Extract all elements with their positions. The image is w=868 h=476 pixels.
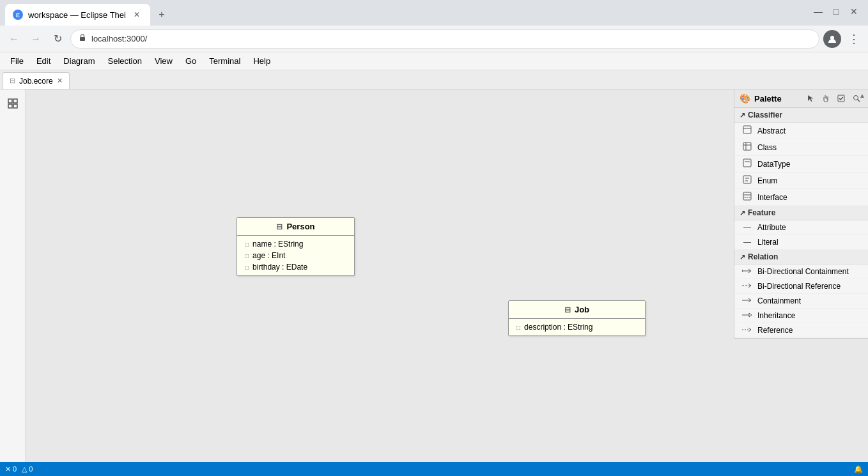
palette-item-interface[interactable]: Interface	[734, 189, 868, 206]
job-class-node[interactable]: ⊟ Job □ description : EString	[508, 300, 646, 336]
status-bell[interactable]: 🔔	[854, 465, 863, 473]
enum-icon	[742, 175, 752, 186]
reference-label: Reference	[757, 326, 793, 335]
palette-item-class[interactable]: Class	[734, 139, 868, 156]
menu-diagram[interactable]: Diagram	[58, 55, 100, 67]
menu-help[interactable]: Help	[248, 55, 275, 67]
palette-item-datatype[interactable]: DataType	[734, 156, 868, 173]
attr-icon-1: □	[245, 241, 249, 248]
tab-close-button[interactable]: ✕	[131, 9, 143, 20]
job-class-body: □ description : EString	[509, 319, 645, 335]
address-bar[interactable]: localhost:3000/	[70, 29, 819, 49]
palette-section-classifier[interactable]: ↗ Classifier	[734, 108, 868, 123]
svg-rect-4	[8, 99, 12, 103]
job-class-icon: ⊟	[564, 305, 571, 314]
palette-title: Palette	[754, 94, 782, 104]
attribute-label: Attribute	[757, 223, 786, 232]
palette-item-abstract[interactable]: Abstract	[734, 123, 868, 139]
menu-edit[interactable]: Edit	[31, 55, 56, 67]
svg-text:E: E	[16, 12, 20, 19]
palette-item-bidirectional-containment[interactable]: Bi-Directional Containment	[734, 265, 868, 279]
main-area: ⊟ Person □ name : EString □ age : EInt	[0, 89, 868, 462]
svg-rect-7	[13, 104, 17, 108]
menu-terminal[interactable]: Terminal	[204, 55, 245, 67]
palette-cursor-tool[interactable]	[804, 92, 817, 105]
bidirectional-containment-label: Bi-Directional Containment	[757, 267, 849, 276]
interface-icon	[742, 192, 752, 203]
bell-icon: 🔔	[854, 465, 863, 473]
close-window-button[interactable]: ✕	[848, 5, 860, 18]
bidirectional-reference-icon	[742, 282, 752, 291]
palette-item-containment[interactable]: Containment	[734, 294, 868, 309]
status-errors: ✕ 0	[5, 465, 17, 473]
svg-rect-2	[80, 37, 85, 41]
window-controls: — □ ✕	[812, 5, 860, 18]
menu-selection[interactable]: Selection	[102, 55, 146, 67]
relation-arrow-icon: ↗	[740, 253, 745, 261]
person-attr-age-text: age : EInt	[252, 251, 285, 260]
palette-item-bidirectional-reference[interactable]: Bi-Directional Reference	[734, 279, 868, 294]
menu-file[interactable]: File	[5, 55, 29, 67]
palette-section-relation[interactable]: ↗ Relation	[734, 250, 868, 265]
canvas-area[interactable]: ⊟ Person □ name : EString □ age : EInt	[26, 89, 868, 462]
reload-button[interactable]: ↻	[49, 30, 66, 48]
palette-panel: 🎨 Palette	[734, 89, 868, 339]
svg-line-10	[858, 100, 860, 102]
svg-rect-18	[743, 192, 751, 200]
editor-tab-job-ecore[interactable]: ⊟ Job.ecore ✕	[3, 72, 70, 89]
datatype-label: DataType	[757, 160, 790, 169]
editor-tab-close[interactable]: ✕	[57, 77, 63, 85]
address-bar-row: ← → ↻ localhost:3000/ ⋮	[0, 26, 868, 52]
palette-scroll-arrow[interactable]: ▲	[859, 92, 865, 99]
person-class-node[interactable]: ⊟ Person □ name : EString □ age : EInt	[236, 217, 355, 276]
svg-rect-13	[743, 142, 751, 150]
datatype-icon	[742, 158, 752, 169]
class-label: Class	[757, 143, 777, 152]
minimize-button[interactable]: —	[812, 5, 825, 18]
browser-menu-button[interactable]: ⋮	[845, 30, 863, 48]
attr-icon-3: □	[245, 264, 249, 271]
palette-check-tool[interactable]	[835, 92, 848, 105]
reference-icon	[742, 326, 752, 335]
palette-section-feature[interactable]: ↗ Feature	[734, 206, 868, 220]
abstract-label: Abstract	[757, 127, 786, 135]
person-attr-name: □ name : EString	[245, 238, 346, 250]
tab-bar: E workspace — Eclipse Thei ✕ + — □ ✕	[0, 0, 868, 26]
warning-count: 0	[29, 465, 33, 473]
menu-go[interactable]: Go	[180, 55, 201, 67]
palette-item-literal[interactable]: — Literal	[734, 235, 868, 250]
person-attr-birthday-text: birthday : EDate	[252, 263, 307, 272]
person-class-icon: ⊟	[276, 222, 283, 231]
palette-item-inheritance[interactable]: Inheritance	[734, 309, 868, 323]
job-attr-description: □ description : EString	[516, 321, 637, 333]
sidebar-explorer-icon[interactable]	[4, 95, 22, 112]
containment-label: Containment	[757, 296, 801, 305]
abstract-icon	[742, 125, 752, 136]
attr-icon-job-1: □	[516, 324, 520, 331]
back-button[interactable]: ←	[5, 30, 23, 48]
person-attr-birthday: □ birthday : EDate	[245, 261, 346, 273]
attr-icon-2: □	[245, 252, 249, 259]
svg-rect-17	[743, 176, 751, 183]
new-tab-button[interactable]: +	[153, 6, 171, 24]
palette-icon: 🎨	[740, 93, 750, 104]
browser-tab[interactable]: E workspace — Eclipse Thei ✕	[5, 4, 150, 26]
palette-item-attribute[interactable]: — Attribute	[734, 220, 868, 235]
palette-item-reference[interactable]: Reference	[734, 323, 868, 338]
relation-label: Relation	[748, 252, 778, 261]
attribute-icon: —	[742, 223, 752, 232]
palette-hand-tool[interactable]	[819, 92, 832, 105]
lock-icon	[79, 34, 86, 43]
menu-view[interactable]: View	[150, 55, 178, 67]
feature-arrow-icon: ↗	[740, 209, 745, 217]
enum-label: Enum	[757, 176, 777, 185]
job-attr-description-text: description : EString	[524, 323, 593, 332]
profile-button[interactable]	[823, 30, 841, 48]
maximize-button[interactable]: □	[830, 5, 842, 18]
bidirectional-reference-label: Bi-Directional Reference	[757, 282, 841, 291]
person-class-body: □ name : EString □ age : EInt □ birthday…	[237, 236, 354, 275]
inheritance-icon	[742, 311, 752, 320]
classifier-arrow-icon: ↗	[740, 111, 745, 119]
palette-item-enum[interactable]: Enum	[734, 173, 868, 189]
forward-button[interactable]: →	[27, 30, 45, 48]
